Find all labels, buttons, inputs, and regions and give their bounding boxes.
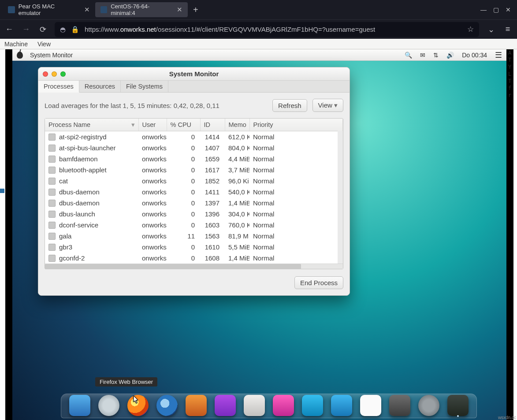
- col-process-name[interactable]: Process Name: [45, 119, 138, 131]
- window-minimize-button[interactable]: —: [477, 6, 490, 13]
- pear-logo-icon[interactable]: [17, 52, 23, 59]
- vertical-scrollbar[interactable]: [338, 131, 343, 264]
- tab-processes[interactable]: Processes: [38, 81, 79, 93]
- app-menu-button[interactable]: ≡: [503, 25, 513, 34]
- lock-icon[interactable]: 🔒: [71, 26, 79, 33]
- nav-back-button[interactable]: ←: [4, 25, 14, 34]
- menu-icon[interactable]: ☰: [495, 50, 502, 60]
- vm-menu-view[interactable]: View: [37, 41, 51, 48]
- dock-app-shotwell[interactable]: [186, 395, 207, 416]
- tracking-shield-icon[interactable]: ◓: [60, 26, 66, 33]
- dock-app-desktop[interactable]: [331, 395, 352, 416]
- table-row[interactable]: galaonworks11156381,9 MNormal: [45, 230, 343, 242]
- dock-app-settings[interactable]: [389, 395, 410, 416]
- cell-priority: Normal: [249, 142, 343, 153]
- tab-title: CentOS-76-64-minimal:4: [111, 3, 171, 16]
- dock-app-toggle[interactable]: [360, 395, 381, 416]
- cell-cpu: 0: [167, 131, 200, 143]
- refresh-button[interactable]: Refresh: [272, 99, 307, 112]
- nav-forward-button[interactable]: →: [21, 25, 31, 34]
- cell-memory: 3,7 MiB: [225, 164, 249, 175]
- view-menu-button[interactable]: View: [312, 99, 343, 112]
- tab-close-icon[interactable]: ✕: [177, 6, 182, 14]
- cell-memory: 1,4 MiB: [225, 197, 249, 208]
- end-process-button[interactable]: End Process: [294, 276, 343, 289]
- tab-filesystems[interactable]: File Systems: [121, 81, 168, 92]
- table-row[interactable]: dbus-launchonworks01396304,0 KNormal: [45, 208, 343, 219]
- cell-cpu: 0: [167, 242, 200, 253]
- col-memory[interactable]: Memo: [225, 119, 249, 131]
- table-row[interactable]: at-spi2-registrydonworks01414612,0 KNorm…: [45, 131, 343, 143]
- nav-reload-button[interactable]: ⟳: [38, 25, 48, 34]
- running-indicator-icon: [457, 415, 459, 417]
- cell-user: onworks: [138, 219, 167, 230]
- network-updown-icon[interactable]: ⇅: [433, 52, 439, 59]
- window-close-button[interactable]: ✕: [502, 6, 514, 13]
- cell-priority: Normal: [249, 253, 343, 264]
- cell-name: gala: [45, 230, 138, 242]
- window-titlebar[interactable]: System Monitor: [38, 67, 350, 81]
- table-row[interactable]: catonworks0185296,0 KiNormal: [45, 175, 343, 186]
- dock-app-launchpad[interactable]: [98, 395, 119, 416]
- window-close-dot[interactable]: [43, 71, 48, 77]
- tab-resources[interactable]: Resources: [79, 81, 121, 92]
- cell-priority: Normal: [249, 164, 343, 175]
- table-row[interactable]: bluetooth-appletonworks016173,7 MiBNorma…: [45, 164, 343, 175]
- pocket-icon[interactable]: ⌄: [486, 25, 496, 34]
- window-maximize-button[interactable]: ▢: [490, 6, 502, 13]
- cell-memory: 81,9 M: [225, 230, 249, 242]
- dock-app-firefox[interactable]: [127, 395, 149, 416]
- col-user[interactable]: User: [138, 119, 167, 131]
- dock-app-contacts[interactable]: [244, 395, 265, 416]
- resize-handle-icon[interactable]: [0, 189, 4, 193]
- table-row[interactable]: dbus-daemononworks013971,4 MiBNormal: [45, 197, 343, 208]
- table-row[interactable]: gconfd-2onworks016081,4 MiBNormal: [45, 253, 343, 264]
- col-priority[interactable]: Priority: [249, 119, 343, 131]
- cell-name: gconfd-2: [45, 253, 138, 264]
- table-row[interactable]: bamfdaemononworks016594,4 MiBNormal: [45, 153, 343, 164]
- window-zoom-dot[interactable]: [60, 71, 66, 77]
- new-tab-button[interactable]: +: [188, 5, 204, 15]
- mail-icon[interactable]: ✉: [420, 52, 425, 59]
- cell-cpu: 0: [167, 253, 200, 264]
- cell-user: onworks: [138, 142, 167, 153]
- dock-app-trash[interactable]: [418, 395, 439, 416]
- process-table[interactable]: Process Name User % CPU ID Memo Priority…: [45, 118, 343, 269]
- table-row[interactable]: gbr3onworks016105,5 MiBNormal: [45, 242, 343, 253]
- clock-text[interactable]: Do 00:34: [462, 52, 487, 59]
- col-cpu[interactable]: % CPU: [167, 119, 200, 131]
- search-icon[interactable]: 🔍: [405, 52, 412, 59]
- process-icon: [48, 189, 56, 196]
- cell-name: dconf-service: [45, 219, 138, 230]
- table-row[interactable]: dconf-serviceonworks01603760,0 KNormal: [45, 219, 343, 230]
- dock-app-system-monitor[interactable]: [447, 395, 469, 416]
- process-icon: [48, 233, 56, 240]
- table-row[interactable]: at-spi-bus-launcheronworks01407804,0 KNo…: [45, 142, 343, 153]
- browser-tab-centos[interactable]: CentOS-76-64-minimal:4 ✕: [95, 2, 188, 17]
- cell-name: at-spi2-registryd: [45, 131, 138, 143]
- dock-app-finder[interactable]: [69, 395, 90, 416]
- vm-viewport[interactable]: A T Y L T f r System Monitor 🔍 ✉ ⇅ 🔊 Do …: [0, 49, 517, 420]
- cell-id: 1610: [200, 242, 225, 253]
- browser-tab-bar: Pear OS MAC emulator ✕ CentOS-76-64-mini…: [0, 0, 517, 19]
- dock-app-itunes[interactable]: [215, 395, 236, 416]
- clipped-text: A T Y L T f r: [508, 49, 514, 99]
- cell-memory: 4,4 MiB: [225, 153, 249, 164]
- cell-user: onworks: [138, 153, 167, 164]
- col-id[interactable]: ID: [200, 119, 225, 131]
- pear-desktop[interactable]: System Monitor 🔍 ✉ ⇅ 🔊 Do 00:34 ☰ System…: [12, 49, 506, 420]
- window-minimize-dot[interactable]: [52, 71, 57, 77]
- table-row[interactable]: dbus-daemononworks01411540,0 KNormal: [45, 186, 343, 197]
- browser-tab-pearos[interactable]: Pear OS MAC emulator ✕: [3, 2, 95, 17]
- address-bar[interactable]: ◓ 🔒 https://www.onworks.net/osessionx11/…: [55, 22, 479, 37]
- dock-app-thunderbird[interactable]: [156, 395, 178, 416]
- volume-icon[interactable]: 🔊: [446, 52, 454, 59]
- horizontal-scrollbar[interactable]: [45, 264, 343, 269]
- bookmark-star-icon[interactable]: ☆: [467, 25, 474, 34]
- dock-app-cloud[interactable]: [273, 395, 294, 416]
- vm-menu-machine[interactable]: Machine: [4, 41, 28, 48]
- tab-close-icon[interactable]: ✕: [84, 6, 90, 14]
- dock-app-cydia[interactable]: [302, 395, 323, 416]
- cell-priority: Normal: [249, 175, 343, 186]
- pear-menubar: System Monitor 🔍 ✉ ⇅ 🔊 Do 00:34 ☰: [12, 49, 506, 61]
